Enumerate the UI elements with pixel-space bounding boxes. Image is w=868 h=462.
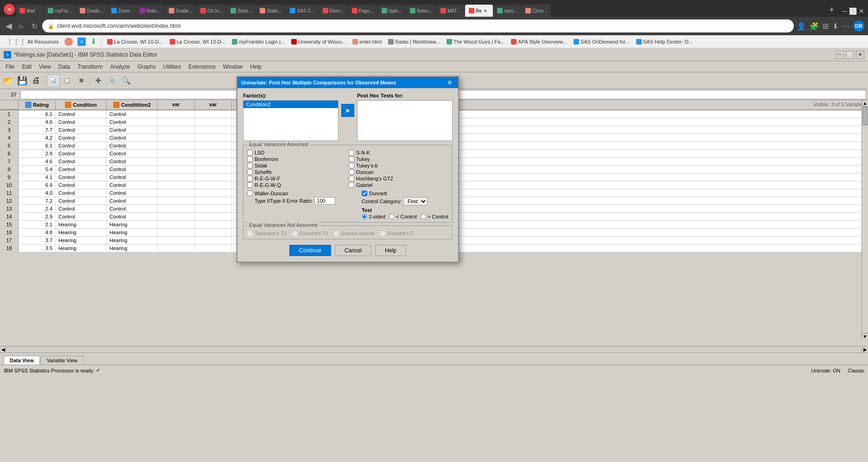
- cell-condition2[interactable]: Hearing: [107, 229, 158, 236]
- checkbox-duncan[interactable]: Duncan: [349, 169, 448, 175]
- cell-condition[interactable]: Control: [56, 189, 107, 197]
- checkbox-snk[interactable]: S-N-K: [349, 150, 448, 155]
- menu-transform[interactable]: Transform: [74, 63, 106, 71]
- toolbar-insert-cases[interactable]: ➕: [92, 74, 105, 87]
- cell-var1[interactable]: [158, 134, 195, 141]
- col-header-rating[interactable]: Rating: [19, 100, 56, 109]
- browser-tab-10[interactable]: SAS C...: [286, 5, 318, 17]
- cancel-button[interactable]: Cancel: [335, 245, 371, 256]
- checkbox-tukey[interactable]: Tukey: [349, 156, 448, 162]
- cell-condition2[interactable]: Control: [107, 166, 158, 173]
- menu-file[interactable]: File: [2, 63, 18, 71]
- address-bar[interactable]: 🔒 client.wvd.microsoft.com/arm/webclient…: [42, 19, 794, 32]
- dialog-close-btn[interactable]: ✕: [445, 79, 454, 86]
- radio-gt-control[interactable]: > Control: [421, 214, 448, 219]
- bookmark-uwisco[interactable]: University of Wisco...: [288, 38, 349, 45]
- cell-var1[interactable]: [158, 173, 195, 181]
- radio-2sided[interactable]: 2-sided: [362, 214, 385, 219]
- checkbox-gabriel[interactable]: Gabriel: [349, 182, 448, 188]
- control-category-select[interactable]: First Last: [403, 197, 428, 205]
- cell-var2[interactable]: [195, 150, 232, 157]
- menu-graphs[interactable]: Graphs: [134, 63, 159, 71]
- cell-var1[interactable]: [158, 244, 195, 252]
- checkbox-dunnett[interactable]: Dunnett: [362, 191, 448, 196]
- cell-condition[interactable]: Control: [56, 150, 107, 157]
- browser-tab-6[interactable]: Grade...: [165, 5, 196, 17]
- cell-var2[interactable]: [195, 158, 232, 165]
- bookmark-firefox[interactable]: [63, 37, 75, 47]
- menu-extensions[interactable]: Extensions: [185, 63, 219, 71]
- bookmark-spss-icon[interactable]: 3: [76, 37, 88, 47]
- nav-profile-icon[interactable]: 👤: [797, 22, 806, 31]
- bookmark-radio[interactable]: Radio | Worldview...: [385, 38, 443, 45]
- browser-tab-2[interactable]: myFra...: [44, 5, 76, 17]
- horizontal-scrollbar[interactable]: ◀ ▶: [0, 346, 868, 353]
- move-to-posthoc-btn[interactable]: ➤: [341, 104, 354, 117]
- cell-var1[interactable]: [158, 237, 195, 244]
- cell-var1[interactable]: [158, 150, 195, 157]
- checkbox-regwq[interactable]: R-E-G-W-Q: [247, 182, 347, 188]
- browser-tab-13[interactable]: Uplo...: [378, 5, 406, 17]
- col-header-condition2[interactable]: Conditition2: [107, 100, 158, 109]
- cell-condition[interactable]: Hearing: [56, 229, 107, 236]
- cell-var1[interactable]: [158, 181, 195, 189]
- browser-tab-18[interactable]: Choo...: [522, 5, 551, 17]
- cell-var1[interactable]: [158, 166, 195, 173]
- browser-tab-7[interactable]: Ott In...: [197, 5, 226, 17]
- cell-rating[interactable]: 7.7: [19, 126, 56, 134]
- cell-rating[interactable]: 2.4: [19, 205, 56, 212]
- cell-condition2[interactable]: Control: [107, 205, 158, 212]
- cell-condition2[interactable]: Control: [107, 197, 158, 205]
- cell-var2[interactable]: [195, 173, 232, 181]
- menu-analyze[interactable]: Analyze: [106, 63, 134, 71]
- cell-rating[interactable]: 4.8: [19, 229, 56, 236]
- factor-item-condition2[interactable]: Condition2: [243, 101, 338, 108]
- cell-var1[interactable]: [158, 213, 195, 220]
- cell-condition[interactable]: Hearing: [56, 237, 107, 244]
- cell-condition[interactable]: Control: [56, 118, 107, 126]
- checkbox-tukeyb[interactable]: Tukey's-b: [349, 163, 448, 168]
- cell-var2[interactable]: [195, 166, 232, 173]
- toolbar-insert-vars[interactable]: 📎: [106, 74, 119, 87]
- cell-condition[interactable]: Control: [56, 166, 107, 173]
- cell-condition2[interactable]: Hearing: [107, 237, 158, 244]
- col-header-var1[interactable]: var: [158, 100, 195, 109]
- bookmark-down[interactable]: ⬇: [89, 36, 98, 47]
- browser-restore[interactable]: ⬜: [849, 7, 857, 15]
- cell-rating[interactable]: 3.7: [19, 237, 56, 244]
- cell-condition[interactable]: Control: [56, 213, 107, 220]
- cell-condition[interactable]: Control: [56, 142, 107, 149]
- cell-rating[interactable]: 2.1: [19, 221, 56, 228]
- cell-condition2[interactable]: Control: [107, 142, 158, 149]
- cell-condition[interactable]: Hearing: [56, 244, 107, 252]
- bookmark-apa[interactable]: APA Style Overview...: [508, 38, 570, 45]
- cell-var2[interactable]: [195, 189, 232, 197]
- cell-var2[interactable]: [195, 110, 232, 118]
- bookmark-sashelp[interactable]: SAS Help Center: O...: [633, 38, 696, 45]
- cell-condition[interactable]: Control: [56, 181, 107, 189]
- cell-condition2[interactable]: Control: [107, 150, 158, 157]
- col-header-var2[interactable]: var: [195, 100, 232, 109]
- cell-condition[interactable]: Control: [56, 158, 107, 165]
- bookmark-lacrosse2[interactable]: La Crosse, WI 10-D...: [167, 38, 229, 45]
- cell-condition[interactable]: Control: [56, 110, 107, 118]
- browser-tab-5[interactable]: Notic...: [136, 5, 165, 17]
- nav-back[interactable]: ◀: [4, 19, 14, 33]
- help-button[interactable]: Help: [375, 245, 406, 256]
- bookmark-sasondemand[interactable]: SAS OnDemand for...: [571, 38, 632, 45]
- checkbox-sidak[interactable]: Sidak: [247, 163, 347, 168]
- cell-condition2[interactable]: Control: [107, 118, 158, 126]
- cell-var1[interactable]: [158, 189, 195, 197]
- menu-utilities[interactable]: Utilities: [159, 63, 185, 71]
- browser-tab-3[interactable]: Grade...: [76, 5, 107, 17]
- cell-var1[interactable]: [158, 229, 195, 236]
- type-ratio-input[interactable]: [314, 197, 335, 205]
- cell-var2[interactable]: [195, 181, 232, 189]
- browser-tab-12[interactable]: Pagu...: [348, 5, 377, 17]
- nav-download-icon[interactable]: ⬇: [832, 22, 838, 31]
- cell-rating[interactable]: 4.1: [19, 173, 56, 181]
- cell-var2[interactable]: [195, 221, 232, 228]
- cell-condition2[interactable]: Hearing: [107, 221, 158, 228]
- cell-rating[interactable]: 6.1: [19, 110, 56, 118]
- col-header-condition[interactable]: Condition: [56, 100, 107, 109]
